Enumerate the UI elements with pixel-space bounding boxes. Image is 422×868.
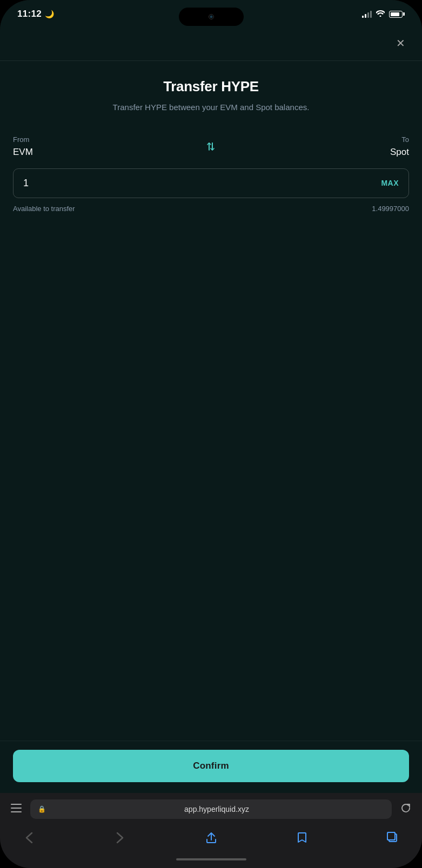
available-label: Available to transfer [13, 205, 75, 213]
top-divider [0, 60, 422, 61]
from-value: EVM [13, 147, 200, 158]
available-row: Available to transfer 1.49997000 [0, 205, 422, 213]
home-bar [176, 858, 246, 860]
from-label: From [13, 135, 200, 144]
modal-subtitle: Transfer HYPE between your EVM and Spot … [17, 101, 405, 114]
dynamic-island [179, 8, 244, 26]
browser-menu-icon[interactable] [9, 804, 24, 815]
amount-input-wrapper: MAX [13, 168, 409, 198]
to-label: To [222, 135, 410, 144]
moon-icon: 🌙 [45, 10, 54, 18]
confirm-area: Confirm [0, 741, 422, 793]
phone-shell: 11:12 🌙 [0, 0, 422, 868]
bottom-nav [0, 825, 422, 851]
close-button[interactable]: ✕ [392, 35, 409, 52]
modal-title: Transfer HYPE [17, 78, 405, 95]
swap-icon-container[interactable]: ⇄ [200, 140, 222, 153]
browser-bar: 🔒 app.hyperliquid.xyz [0, 793, 422, 825]
close-row: ✕ [0, 24, 422, 60]
swap-icon: ⇄ [205, 142, 218, 151]
svg-rect-1 [11, 808, 22, 809]
to-section: To Spot [222, 135, 410, 158]
from-section: From EVM [13, 135, 200, 158]
battery-icon [389, 11, 405, 18]
browser-url-bar[interactable]: 🔒 app.hyperliquid.xyz [30, 799, 392, 819]
wifi-icon [376, 10, 385, 18]
app-content: ✕ Transfer HYPE Transfer HYPE between yo… [0, 24, 422, 793]
to-value: Spot [222, 147, 410, 158]
svg-rect-2 [11, 811, 22, 812]
confirm-button[interactable]: Confirm [13, 750, 409, 782]
lock-icon: 🔒 [38, 805, 46, 813]
back-button[interactable] [17, 832, 41, 846]
transfer-direction: From EVM ⇄ To Spot [0, 135, 422, 158]
reload-icon[interactable] [398, 803, 413, 815]
camera-dot [209, 14, 214, 19]
title-section: Transfer HYPE Transfer HYPE between your… [0, 78, 422, 135]
svg-rect-4 [387, 832, 395, 840]
signal-icon [362, 10, 372, 18]
bookmarks-button[interactable] [290, 832, 314, 846]
svg-rect-0 [11, 804, 22, 805]
share-button[interactable] [199, 832, 223, 846]
status-icons [362, 10, 405, 18]
tabs-button[interactable] [381, 832, 405, 846]
spacer [0, 213, 422, 741]
home-indicator [0, 851, 422, 868]
url-text: app.hyperliquid.xyz [49, 805, 384, 813]
max-button[interactable]: MAX [381, 179, 399, 187]
status-time: 11:12 [17, 9, 42, 19]
available-value: 1.49997000 [372, 205, 409, 213]
amount-section: MAX [0, 168, 422, 198]
amount-input[interactable] [23, 178, 381, 189]
forward-button[interactable] [108, 832, 132, 846]
